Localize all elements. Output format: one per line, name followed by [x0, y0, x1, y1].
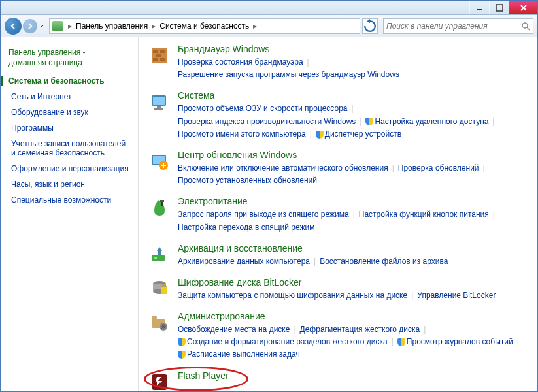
svg-rect-16 — [161, 201, 163, 206]
main-panel: Брандмауэр WindowsПроверка состояния бра… — [139, 37, 537, 391]
category: Flash Player — [148, 370, 526, 391]
chevron-right-icon[interactable]: ▸ — [252, 22, 258, 31]
svg-rect-8 — [160, 58, 165, 61]
category-link[interactable]: Проверка индекса производительности Wind… — [178, 116, 356, 128]
refresh-button[interactable] — [362, 18, 378, 34]
uac-shield-icon — [365, 118, 373, 125]
update-icon — [148, 150, 171, 173]
separator: | — [392, 163, 394, 172]
category-link[interactable]: Просмотр имени этого компьютера — [178, 128, 306, 140]
breadcrumb-current[interactable]: Система и безопасность — [157, 22, 252, 31]
history-dropdown[interactable] — [37, 19, 46, 33]
sidebar-link[interactable]: Сеть и Интернет — [11, 92, 130, 101]
separator: | — [517, 337, 519, 346]
sidebar: Панель управления - домашняя страница Си… — [1, 37, 138, 391]
backup-icon — [148, 243, 171, 267]
separator: | — [314, 257, 316, 266]
sidebar-home[interactable]: Панель управления - — [8, 48, 130, 57]
category-link[interactable]: Включение или отключение автоматического… — [178, 162, 388, 174]
category-body: Шифрование диска BitLockerЗащита компьют… — [178, 277, 526, 302]
search-box[interactable] — [383, 18, 533, 34]
uac-shield-icon — [178, 338, 186, 346]
chevron-right-icon[interactable]: ▸ — [150, 22, 157, 31]
category-link[interactable]: Проверка обновлений — [398, 162, 479, 174]
svg-rect-25 — [152, 316, 157, 319]
category-link[interactable]: Защита компьютера с помощью шифрования д… — [178, 289, 407, 302]
titlebar — [1, 1, 537, 15]
back-button[interactable] — [5, 18, 22, 35]
chevron-right-icon[interactable]: ▸ — [67, 22, 73, 31]
category-links: Освобождение места на диске|Дефрагментац… — [178, 323, 526, 361]
sidebar-link[interactable]: Специальные возможности — [11, 195, 130, 204]
forward-button[interactable] — [23, 19, 37, 33]
search-input[interactable] — [386, 22, 521, 31]
sidebar-link[interactable]: Оформление и персонализация — [11, 164, 130, 173]
category-body: ЭлектропитаниеЗапрос пароля при выходе и… — [178, 196, 526, 233]
category: АдминистрированиеОсвобождение места на д… — [148, 311, 526, 361]
sidebar-link[interactable]: Программы — [11, 123, 130, 133]
separator: | — [360, 117, 361, 126]
svg-rect-18 — [152, 255, 165, 261]
category-title[interactable]: Брандмауэр Windows — [178, 44, 526, 54]
address-bar[interactable]: ▸ Панель управления ▸ Система и безопасн… — [49, 18, 360, 34]
category-link[interactable]: Восстановление файлов из архива — [320, 255, 448, 268]
minimize-button[interactable] — [469, 1, 489, 14]
breadcrumb-root[interactable]: Панель управления — [73, 22, 150, 31]
category-body: Flash Player — [178, 370, 526, 391]
category-body: Архивация и восстановлениеАрхивирование … — [178, 243, 526, 268]
uac-shield-icon — [397, 338, 405, 346]
sidebar-current-category[interactable]: Система и безопасность — [1, 76, 130, 86]
category-link[interactable]: Просмотр установленных обновлений — [178, 174, 317, 187]
sidebar-link[interactable]: Учетные записи пользователей и семейная … — [11, 139, 130, 157]
separator: | — [352, 104, 354, 113]
category-link[interactable]: Запрос пароля при выходе из спящего режи… — [178, 208, 349, 221]
category-link[interactable]: Освобождение места на диске — [178, 323, 290, 336]
firewall-icon — [148, 44, 171, 67]
category: Центр обновления WindowsВключение или от… — [148, 150, 526, 187]
category-link[interactable]: Настройка функций кнопок питания — [359, 208, 489, 221]
separator: | — [492, 117, 494, 126]
svg-rect-7 — [153, 58, 158, 61]
separator: | — [353, 210, 355, 219]
category-title[interactable]: Администрирование — [178, 311, 526, 321]
category-link[interactable]: Просмотр журналов событий — [397, 336, 513, 348]
sidebar-link[interactable]: Оборудование и звук — [11, 108, 130, 117]
category-link[interactable]: Просмотр объема ОЗУ и скорости процессор… — [178, 103, 348, 115]
category-title[interactable]: Система — [178, 90, 526, 101]
category-link[interactable]: Настройка перехода в спящий режим — [178, 221, 314, 234]
maximize-button[interactable] — [489, 1, 509, 14]
category-link[interactable]: Управление BitLocker — [417, 289, 496, 302]
close-button[interactable] — [509, 1, 537, 14]
category-title[interactable]: Flash Player — [178, 370, 526, 381]
category-title[interactable]: Центр обновления Windows — [178, 150, 526, 160]
sidebar-link[interactable]: Часы, язык и регион — [11, 180, 130, 189]
svg-rect-4 — [153, 50, 158, 53]
category-link[interactable]: Создание и форматирование разделов жестк… — [178, 336, 388, 348]
bitlocker-icon — [148, 277, 171, 301]
search-icon — [521, 22, 530, 31]
category-link[interactable]: Разрешение запуска программы через бранд… — [178, 69, 399, 81]
category-title[interactable]: Шифрование диска BitLocker — [178, 277, 526, 287]
category-link[interactable]: Диспетчер устройств — [316, 128, 401, 140]
category-body: СистемаПросмотр объема ОЗУ и скорости пр… — [178, 90, 526, 140]
svg-rect-1 — [496, 5, 503, 11]
separator: | — [493, 210, 495, 219]
separator: | — [392, 337, 394, 346]
category-link[interactable]: Проверка состояния брандмауэра — [178, 56, 303, 69]
category-link[interactable]: Настройка удаленного доступа — [365, 116, 488, 128]
sidebar-home-line2[interactable]: домашняя страница — [8, 58, 130, 67]
category-title[interactable]: Архивация и восстановление — [178, 243, 526, 253]
separator: | — [294, 325, 295, 334]
separator: | — [307, 57, 309, 67]
category-body: Брандмауэр WindowsПроверка состояния бра… — [178, 44, 526, 81]
svg-rect-23 — [161, 287, 167, 294]
navbar: ▸ Панель управления ▸ Система и безопасн… — [1, 15, 537, 37]
category-link[interactable]: Расписание выполнения задач — [178, 348, 300, 361]
category-title[interactable]: Электропитание — [178, 196, 526, 206]
category: Шифрование диска BitLockerЗащита компьют… — [148, 277, 526, 302]
separator: | — [310, 129, 312, 139]
category: СистемаПросмотр объема ОЗУ и скорости пр… — [148, 90, 526, 140]
category-link[interactable]: Архивирование данных компьютера — [178, 255, 310, 268]
uac-shield-icon — [178, 351, 186, 359]
category-link[interactable]: Дефрагментация жесткого диска — [300, 323, 420, 336]
